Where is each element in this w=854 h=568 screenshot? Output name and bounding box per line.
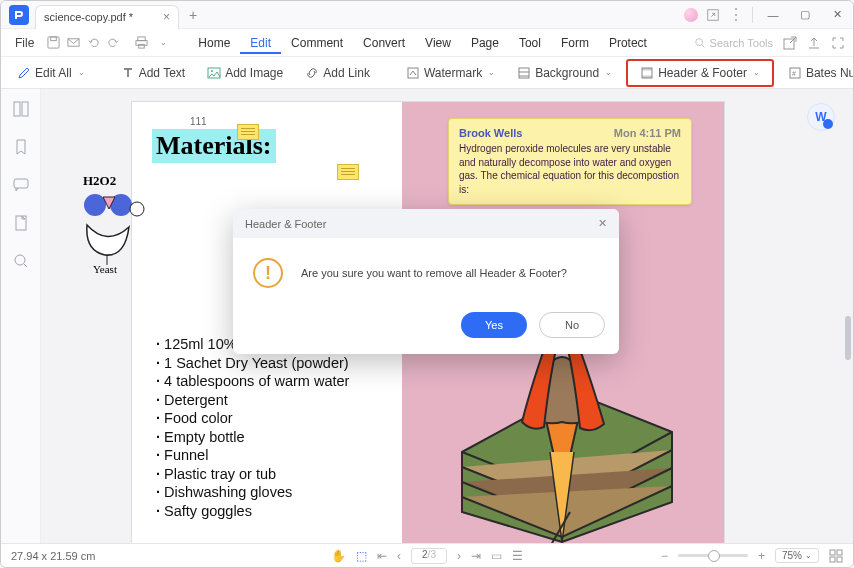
attachment-icon[interactable]	[13, 215, 29, 231]
word-export-badge[interactable]: W	[807, 103, 835, 131]
print-icon[interactable]	[132, 34, 150, 52]
yes-button[interactable]: Yes	[461, 312, 527, 338]
close-tab-icon[interactable]: ×	[163, 10, 170, 24]
zoom-slider[interactable]	[678, 554, 748, 557]
save-icon[interactable]	[44, 34, 62, 52]
search-sidebar-icon[interactable]	[13, 253, 29, 269]
select-tool-icon[interactable]: ⬚	[356, 549, 367, 563]
upload-icon[interactable]	[807, 36, 821, 50]
redo-icon[interactable]	[104, 34, 122, 52]
menu-edit[interactable]: Edit	[240, 32, 281, 54]
zoom-out-icon[interactable]: −	[661, 549, 668, 563]
last-page-icon[interactable]: ⇥	[471, 549, 481, 563]
background-button[interactable]: Background⌄	[509, 63, 620, 83]
bookmark-icon[interactable]	[13, 139, 29, 155]
materials-list: 125ml 10% Hydrogen Peroxide 1 Sachet Dry…	[156, 335, 392, 520]
menu-tool[interactable]: Tool	[509, 32, 551, 54]
zoom-in-icon[interactable]: +	[758, 549, 765, 563]
sticky-note-icon[interactable]	[337, 164, 359, 180]
svg-point-7	[695, 38, 702, 45]
menubar: File ⌄ Home Edit Comment Convert View Pa…	[1, 29, 853, 57]
menu-comment[interactable]: Comment	[281, 32, 353, 54]
expand-icon[interactable]	[831, 36, 845, 50]
fit-page-icon[interactable]	[829, 549, 843, 563]
thumbnails-icon[interactable]	[13, 101, 29, 117]
edit-all-button[interactable]: Edit All⌄	[9, 63, 93, 83]
avatar-icon[interactable]	[684, 8, 698, 22]
svg-rect-2	[51, 37, 57, 41]
watermark-button[interactable]: Watermark⌄	[398, 63, 503, 83]
single-view-icon[interactable]: ▭	[491, 549, 502, 563]
search-tools[interactable]: Search Tools	[694, 37, 773, 49]
page-dimensions: 27.94 x 21.59 cm	[11, 550, 95, 562]
mail-icon[interactable]	[64, 34, 82, 52]
statusbar: 27.94 x 21.59 cm ✋ ⬚ ⇤ ‹ 2/3 › ⇥ ▭ ☰ − +…	[1, 543, 853, 567]
maximize-button[interactable]: ▢	[793, 3, 817, 27]
next-page-icon[interactable]: ›	[457, 549, 461, 563]
dialog-title: Header & Footer	[245, 218, 326, 230]
first-page-icon[interactable]: ⇤	[377, 549, 387, 563]
menu-form[interactable]: Form	[551, 32, 599, 54]
app-logo	[9, 5, 29, 25]
undo-icon[interactable]	[84, 34, 102, 52]
chevron-down-icon[interactable]: ⌄	[154, 34, 172, 52]
list-item: Dishwashing gloves	[156, 483, 392, 502]
add-link-button[interactable]: Add Link	[297, 63, 378, 83]
close-window-button[interactable]: ✕	[825, 3, 849, 27]
add-image-button[interactable]: Add Image	[199, 63, 291, 83]
prev-page-icon[interactable]: ‹	[397, 549, 401, 563]
svg-rect-18	[14, 102, 20, 116]
list-item: Plastic tray or tub	[156, 465, 392, 484]
left-sidebar	[1, 89, 41, 543]
molecule-doodle	[77, 187, 167, 267]
file-menu[interactable]: File	[9, 36, 40, 50]
no-button[interactable]: No	[539, 312, 605, 338]
list-item: 1 Sachet Dry Yeast (powder)	[156, 354, 392, 373]
bates-number-button[interactable]: # Bates Number⌄	[780, 63, 854, 83]
zoom-level[interactable]: 75% ⌄	[775, 548, 819, 563]
tab-title: science-copy.pdf *	[44, 11, 133, 23]
svg-rect-32	[837, 550, 842, 555]
page-input[interactable]: 2/3	[411, 548, 447, 564]
svg-rect-19	[22, 102, 28, 116]
search-placeholder: Search Tools	[710, 37, 773, 49]
text-icon	[121, 66, 135, 80]
open-external-icon[interactable]	[783, 36, 797, 50]
list-item: Empty bottle	[156, 428, 392, 447]
menu-convert[interactable]: Convert	[353, 32, 415, 54]
add-text-button[interactable]: Add Text	[113, 63, 193, 83]
menu-view[interactable]: View	[415, 32, 461, 54]
menu-page[interactable]: Page	[461, 32, 509, 54]
svg-rect-11	[408, 68, 418, 78]
header-footer-icon	[640, 66, 654, 80]
new-tab-button[interactable]: +	[189, 7, 197, 23]
sticky-note-icon[interactable]	[237, 124, 259, 140]
share-icon[interactable]	[706, 8, 720, 22]
kebab-menu-icon[interactable]: ⋮	[728, 5, 744, 24]
warning-icon: !	[253, 258, 283, 288]
list-item: Funnel	[156, 446, 392, 465]
bates-label: Bates Number	[806, 66, 854, 80]
header-footer-button[interactable]: Header & Footer⌄	[632, 63, 768, 83]
comment-icon[interactable]	[13, 177, 29, 193]
document-tab[interactable]: science-copy.pdf * ×	[35, 5, 179, 29]
titlebar: science-copy.pdf * × + ⋮ — ▢ ✕	[1, 1, 853, 29]
continuous-view-icon[interactable]: ☰	[512, 549, 523, 563]
edit-all-label: Edit All	[35, 66, 72, 80]
list-item: 4 tablespoons of warm water	[156, 372, 392, 391]
scrollbar-handle[interactable]	[845, 316, 851, 360]
list-item: Food color	[156, 409, 392, 428]
hand-tool-icon[interactable]: ✋	[331, 549, 346, 563]
minimize-button[interactable]: —	[761, 3, 785, 27]
svg-text:#: #	[792, 70, 796, 77]
watermark-icon	[406, 66, 420, 80]
comment-time: Mon 4:11 PM	[614, 127, 681, 139]
header-footer-highlight: Header & Footer⌄	[626, 59, 774, 87]
add-text-label: Add Text	[139, 66, 185, 80]
add-link-label: Add Link	[323, 66, 370, 80]
svg-rect-4	[138, 37, 145, 41]
background-icon	[517, 66, 531, 80]
dialog-close-icon[interactable]: ✕	[598, 217, 607, 230]
menu-home[interactable]: Home	[188, 32, 240, 54]
menu-protect[interactable]: Protect	[599, 32, 657, 54]
